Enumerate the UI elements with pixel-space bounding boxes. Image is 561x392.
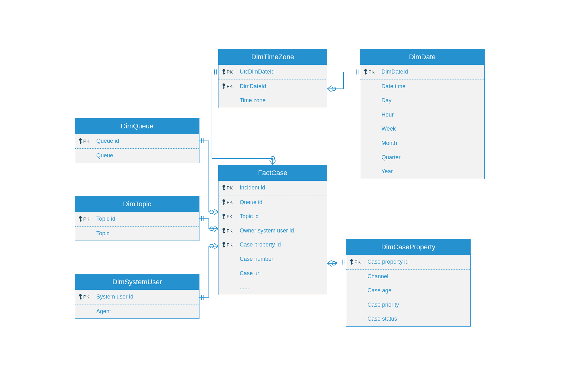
table-row: PK UtcDimDateId [218, 65, 327, 79]
svg-rect-41 [351, 263, 353, 264]
attribute-name: Queue id [240, 199, 324, 206]
table-row: Agent [75, 304, 199, 319]
svg-point-36 [79, 294, 82, 297]
svg-rect-38 [80, 298, 82, 299]
attribute-name: Agent [96, 308, 196, 315]
table-row: Week [360, 122, 484, 136]
key-type: FK [227, 199, 233, 205]
table-row: FK Topic id [218, 209, 327, 224]
attribute-name: ...... [240, 284, 324, 291]
attribute-name: Topic [96, 230, 196, 237]
svg-point-27 [223, 228, 225, 230]
table-row: PK DimDateId [360, 65, 484, 79]
svg-rect-11 [223, 88, 225, 88]
attribute-name: DimDateId [240, 83, 324, 90]
key-icon [222, 228, 226, 234]
svg-rect-26 [223, 218, 225, 218]
attribute-name: Date time [381, 83, 481, 90]
attribute-name: Topic id [240, 213, 324, 220]
svg-point-9 [223, 84, 225, 86]
svg-point-12 [364, 69, 367, 72]
attribute-name: Case property id [240, 241, 324, 248]
table-row: Channel [346, 269, 470, 284]
svg-rect-17 [80, 142, 82, 143]
svg-rect-19 [223, 187, 224, 190]
svg-point-1 [210, 227, 213, 231]
entity-title: DimSystemUser [75, 274, 199, 290]
table-row: Quarter [360, 151, 484, 165]
attribute-name: Case priority [367, 302, 467, 308]
table-row: Day [360, 93, 484, 108]
entity-title: DimCaseProperty [346, 239, 470, 255]
table-row: PK Topic id [75, 212, 199, 226]
key-type: FK [227, 228, 233, 234]
attribute-name: Case age [367, 287, 467, 294]
entity-dimtopic[interactable]: DimTopic PK Topic id Topic [75, 196, 199, 241]
key-icon [222, 69, 226, 75]
svg-rect-32 [223, 246, 225, 247]
entity-dimsystemuser[interactable]: DimSystemUser PK System user id Agent [75, 274, 199, 319]
entity-title: DimTopic [75, 196, 199, 212]
table-row: Case status [346, 312, 470, 326]
attribute-name: Month [381, 140, 481, 147]
svg-rect-20 [223, 189, 225, 190]
svg-point-33 [79, 216, 82, 219]
svg-rect-7 [223, 71, 224, 74]
svg-point-24 [223, 214, 225, 216]
svg-point-2 [210, 244, 213, 248]
svg-rect-34 [80, 218, 81, 222]
svg-point-15 [79, 138, 82, 141]
svg-point-0 [210, 210, 213, 214]
key-icon [222, 83, 226, 89]
key-icon [349, 259, 354, 265]
attribute-name: Incident id [240, 184, 324, 191]
table-row: FK Case property id [218, 238, 327, 252]
svg-point-39 [350, 259, 353, 262]
key-type: PK [368, 69, 375, 75]
attribute-name: Queue id [96, 138, 196, 145]
svg-rect-8 [223, 73, 225, 74]
table-row: PK Queue id [75, 134, 199, 148]
table-row: Case priority [346, 298, 470, 312]
attribute-name: Case url [240, 270, 324, 277]
entity-dimdate[interactable]: DimDate PK DimDateId Date time Day Hour … [360, 49, 485, 179]
svg-point-6 [223, 69, 225, 72]
key-type: FK [227, 242, 233, 248]
entity-factcase[interactable]: FactCase PK Incident id FK Queue id [218, 165, 327, 295]
key-icon [363, 69, 368, 75]
key-type: PK [227, 185, 233, 191]
svg-rect-13 [365, 71, 366, 74]
entity-title: DimDate [360, 49, 484, 65]
svg-rect-16 [80, 141, 81, 144]
table-row: FK Owner system user id [218, 224, 327, 238]
table-row: Topic [75, 226, 199, 241]
attribute-name: Case status [367, 316, 467, 323]
svg-rect-25 [223, 216, 224, 219]
attribute-name: Hour [381, 112, 481, 118]
svg-point-5 [332, 261, 336, 265]
attribute-name: Week [381, 126, 481, 132]
key-icon [78, 138, 83, 144]
table-row: Year [360, 165, 484, 179]
table-row: PK Case property id [346, 255, 470, 269]
key-icon [78, 216, 83, 222]
key-icon [222, 242, 226, 248]
svg-rect-35 [80, 220, 82, 221]
entity-dimcaseproperty[interactable]: DimCaseProperty PK Case property id Chan… [346, 239, 471, 327]
table-row: FK Queue id [218, 195, 327, 210]
svg-rect-28 [223, 230, 224, 233]
svg-point-21 [223, 199, 225, 202]
key-type: FK [227, 214, 233, 219]
entity-dimtimezone[interactable]: DimTimeZone PK UtcDimDateId FK DimDateId… [218, 49, 327, 108]
svg-rect-10 [223, 86, 224, 89]
svg-rect-22 [223, 202, 224, 205]
attribute-name: System user id [96, 294, 196, 300]
key-icon [222, 213, 226, 220]
attribute-name: Owner system user id [240, 227, 324, 234]
entity-dimqueue[interactable]: DimQueue PK Queue id Queue [75, 118, 199, 163]
attribute-name: Quarter [381, 154, 481, 161]
key-icon [222, 185, 226, 191]
svg-rect-23 [223, 203, 225, 204]
key-icon [78, 294, 83, 300]
table-row: Case url [218, 266, 327, 281]
